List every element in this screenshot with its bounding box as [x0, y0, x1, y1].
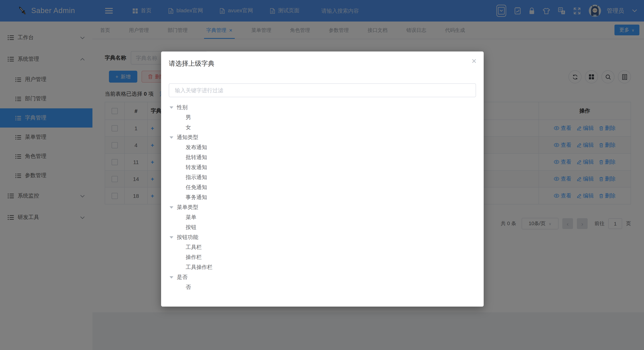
caret-expanded-icon[interactable]	[170, 206, 173, 209]
tree-node[interactable]: 是否	[161, 272, 484, 282]
tree-node[interactable]: 按钮	[161, 223, 484, 232]
tree-node[interactable]: 工具操作栏	[161, 262, 484, 272]
tree-node[interactable]: 发布通知	[161, 142, 484, 152]
dialog-title: 请选择上级字典	[169, 59, 214, 68]
tree-node[interactable]: 性别	[161, 103, 484, 113]
tree-node[interactable]: 任免通知	[161, 183, 484, 193]
tree-node[interactable]: 工具栏	[161, 242, 484, 252]
tree-node[interactable]: 事务通知	[161, 193, 484, 203]
parent-dict-dialog: 请选择上级字典 ✕ 性别 男 女 通知类型 发布通知 批转通知 转发通知 指示通…	[161, 52, 484, 307]
tree-node[interactable]: 批转通知	[161, 152, 484, 162]
tree-node[interactable]: 菜单	[161, 213, 484, 223]
caret-expanded-icon[interactable]	[170, 136, 173, 139]
tree-node[interactable]: 通知类型	[161, 132, 484, 142]
caret-expanded-icon[interactable]	[170, 236, 173, 239]
tree-node[interactable]: 女	[161, 123, 484, 132]
tree-node[interactable]: 转发通知	[161, 162, 484, 172]
caret-expanded-icon[interactable]	[170, 106, 173, 109]
tree-filter-input[interactable]	[169, 83, 476, 97]
caret-expanded-icon[interactable]	[170, 276, 173, 279]
close-dialog-icon[interactable]: ✕	[472, 58, 477, 65]
app-root: Saber Admin 首页 bladex官网	[0, 0, 644, 350]
tree-node[interactable]: 按钮功能	[161, 232, 484, 242]
tree-node[interactable]: 菜单类型	[161, 203, 484, 213]
dict-tree: 性别 男 女 通知类型 发布通知 批转通知 转发通知 指示通知 任免通知 事务通…	[161, 103, 484, 292]
tree-node[interactable]: 操作栏	[161, 252, 484, 262]
tree-node[interactable]: 指示通知	[161, 172, 484, 183]
tree-node[interactable]: 否	[161, 282, 484, 292]
tree-node[interactable]: 男	[161, 113, 484, 123]
